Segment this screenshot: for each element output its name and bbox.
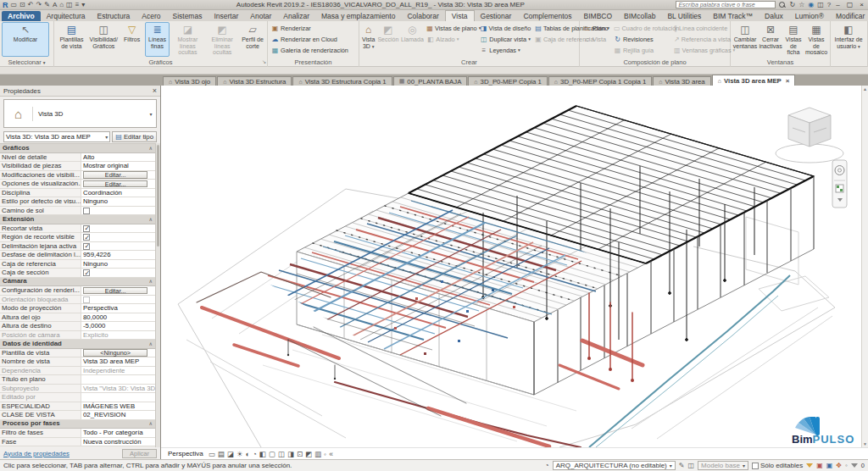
prop-value[interactable]: Ninguno — [81, 260, 155, 269]
tab-views-button[interactable]: ▤ Vistas de ficha — [783, 22, 804, 57]
checkbox-checked[interactable] — [83, 225, 90, 232]
view-tab-active[interactable]: ⌂Vista 3D area MEP× — [712, 75, 796, 86]
prop-value[interactable]: Ninguno — [81, 197, 155, 206]
select-elements-icon[interactable]: ▣ — [826, 462, 833, 469]
tab-modificar[interactable]: Modificar — [830, 11, 868, 21]
app-store-icon[interactable]: ◫ — [817, 1, 824, 8]
checkbox-checked[interactable] — [83, 234, 90, 241]
prop-value[interactable]: Perspectiva — [81, 304, 155, 313]
account-icon[interactable]: ◉ — [808, 1, 814, 8]
view-tab-3[interactable]: ▦00_PLANTA BAJA — [393, 76, 468, 86]
close-inactive-button[interactable]: ⊠ Cerrar inactivas — [759, 22, 782, 57]
view-type-combo[interactable]: Vista 3D: Vista 3D area MEP▾ — [3, 131, 110, 142]
tab-bimbco[interactable]: BIMBCO — [578, 11, 619, 21]
prop-value[interactable]: Nueva construcción — [81, 438, 155, 446]
tab-anotar[interactable]: Anotar — [244, 11, 277, 21]
tab-insertar[interactable]: Insertar — [208, 11, 244, 21]
reveal-hidden-icon[interactable]: ⊡ — [297, 449, 303, 459]
workset-dropdown[interactable]: ARQ_ARQUITECTURA (no editable)▾ — [553, 461, 676, 470]
cut-profile-button[interactable]: ▱ Perfil de corte — [240, 22, 265, 57]
measure-icon[interactable]: ✎ — [44, 1, 50, 9]
tab-sistemas[interactable]: Sistemas — [166, 11, 208, 21]
view-tab-5[interactable]: ⌂3D_P0-MEP Copia 1 Copia 1 — [548, 76, 653, 86]
tab-bimcollab[interactable]: BIMcollab — [618, 11, 661, 21]
duplicate-view-button[interactable]: ◫Duplicar vista ▾ — [478, 34, 532, 44]
shadows-icon[interactable]: ◐ — [246, 449, 250, 459]
redo-icon[interactable]: ↷ — [36, 1, 42, 9]
legends-button[interactable]: ≡Leyendas ▾ — [478, 45, 532, 55]
drawing-area[interactable]: BimPULSO ▲ ▼ — [161, 86, 868, 447]
perspective-label[interactable]: Perspectiva — [168, 450, 203, 457]
tab-gestionar[interactable]: Gestionar — [475, 11, 518, 21]
search-input[interactable] — [676, 1, 776, 8]
prop-value[interactable]: Alto — [81, 153, 155, 162]
render-gallery-button[interactable]: ▦Galería de renderización — [270, 45, 350, 55]
prop-value[interactable]: Mostrar original — [81, 162, 155, 170]
tab-dalux[interactable]: Dalux — [759, 11, 789, 21]
drafting-view-button[interactable]: ◨Vista de diseño — [478, 23, 532, 33]
tab-acero[interactable]: Acero — [136, 11, 166, 21]
plan-views-button[interactable]: ▦Vistas de plano ▾ — [425, 23, 477, 33]
editable-only-checkbox[interactable]: Sólo editables — [752, 462, 803, 469]
render-button[interactable]: ▣Renderizar — [270, 23, 350, 33]
sync-icon[interactable]: ↻ — [789, 1, 795, 8]
search-icon[interactable] — [779, 2, 786, 8]
tab-masa[interactable]: Masa y emplazamiento — [315, 11, 401, 21]
minimize-button[interactable]: – — [834, 1, 841, 8]
tab-vista[interactable]: Vista — [445, 10, 475, 21]
checkbox-unchecked[interactable] — [752, 463, 759, 469]
visual-style-icon[interactable]: ◪ — [227, 449, 234, 459]
switch-windows-icon[interactable]: ◫ — [66, 1, 73, 9]
edit-button[interactable]: Editar... — [83, 287, 147, 295]
tab-lumion[interactable]: Lumion® — [789, 11, 830, 21]
worksets-icon[interactable]: ◔ — [545, 462, 549, 469]
help-icon[interactable]: ? — [827, 1, 831, 8]
render-cloud-button[interactable]: ☁Renderizar en Cloud — [270, 34, 350, 44]
modify-button[interactable]: ↖ Modificar — [2, 22, 49, 57]
restore-button[interactable]: ▢ — [845, 1, 855, 8]
section-datos-identidad[interactable]: Datos de identidad∧ — [0, 340, 155, 349]
view-tab-1[interactable]: ⌂Vista 3D Estructura — [217, 76, 292, 86]
section-graficos[interactable]: Gráficos∧ — [0, 144, 155, 153]
collapse-bar-icon[interactable]: « — [329, 449, 333, 459]
properties-scrollbar[interactable] — [155, 143, 160, 447]
dialog-launcher-icon[interactable]: ↘ — [262, 58, 266, 67]
editing-requests-icon[interactable]: ✎ — [679, 462, 685, 469]
tab-colaborar[interactable]: Colaborar — [401, 11, 444, 21]
edit-in-place-icon[interactable]: ▣ — [816, 462, 823, 469]
properties-help-link[interactable]: Ayuda de propiedades — [3, 450, 70, 457]
close-properties-icon[interactable]: × — [153, 86, 157, 95]
tab-estructura[interactable]: Estructura — [92, 11, 136, 21]
tab-arquitectura[interactable]: Arquitectura — [41, 11, 92, 21]
view-tab-4[interactable]: ⌂3D_P0-MEP Copia 1 — [468, 76, 547, 86]
checkbox-unchecked[interactable] — [83, 208, 90, 214]
filters-button[interactable]: ▽ Filtros — [120, 22, 144, 57]
sheet-button[interactable]: ▭Plano — [581, 23, 611, 33]
undo-icon[interactable]: ↶ — [28, 1, 34, 9]
crop-view-icon[interactable]: ◧ — [259, 449, 266, 459]
edit-type-button[interactable]: ▤Editar tipo — [112, 131, 157, 142]
prop-value[interactable]: -5,0000 — [81, 322, 155, 330]
viewport-scrollbar[interactable]: ▲ ▼ — [861, 86, 868, 447]
panel-label-seleccionar[interactable]: Seleccionar ▾ — [0, 58, 53, 67]
close-button[interactable]: × — [858, 1, 865, 8]
text-icon[interactable]: A — [53, 1, 57, 9]
view-templates-button[interactable]: ▤ Plantillas de vista — [56, 22, 87, 57]
drag-elements-icon[interactable]: ◦ — [845, 462, 848, 469]
prop-value[interactable]: Todo - Por categoría — [81, 429, 155, 437]
favorites-star-icon[interactable]: ☆ — [798, 1, 804, 8]
prop-value[interactable]: 959,4226 — [81, 251, 155, 259]
view-tab-0[interactable]: ⌂Vista 3D ojo — [163, 76, 216, 86]
view-tab-6[interactable]: ⌂Vista 3D area — [653, 76, 710, 86]
close-view-icon[interactable]: × — [786, 77, 790, 85]
detail-level-icon[interactable]: ▤ — [218, 449, 225, 459]
chevron-down-icon[interactable]: ▾ — [146, 111, 156, 117]
temporary-properties-icon[interactable]: ◩ — [305, 449, 312, 459]
default-3d-view-icon[interactable]: ⌂ — [59, 1, 64, 9]
checkbox-checked[interactable] — [83, 269, 90, 276]
selection-filter-icon[interactable] — [851, 463, 858, 468]
temporary-hide-icon[interactable]: ◨ — [287, 449, 294, 459]
open-icon[interactable]: ▭ — [11, 1, 18, 9]
view-tab-2[interactable]: ⌂Vista 3D Estructura Copia 1 — [292, 76, 392, 86]
tab-bl-utilities[interactable]: BL Utilities — [661, 11, 707, 21]
